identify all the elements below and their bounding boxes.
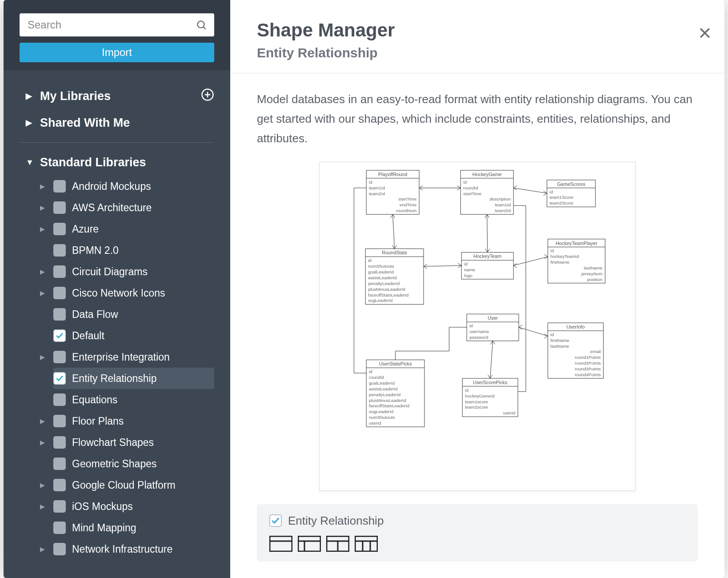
svg-text:roundId: roundId [369, 375, 384, 380]
svg-text:id: id [369, 369, 372, 374]
chevron-right-icon: ▶ [40, 204, 45, 211]
library-item-entity-relationship[interactable]: Entity Relationship [53, 368, 214, 389]
library-checkbox[interactable] [53, 543, 66, 555]
chevron-right-icon: ▶ [40, 417, 45, 425]
library-checkbox[interactable] [53, 287, 66, 299]
library-checkbox[interactable] [53, 372, 66, 385]
library-item-aws-architecture[interactable]: ▶AWS Architecture [53, 197, 214, 218]
library-item-label: iOS Mockups [72, 501, 133, 513]
svg-text:endTime: endTime [400, 202, 417, 207]
svg-text:assistLeaderId: assistLeaderId [368, 275, 396, 280]
library-item-label: Azure [72, 223, 99, 235]
svg-text:round2Points: round2Points [575, 361, 600, 365]
library-checkbox[interactable] [53, 180, 66, 193]
library-checkbox[interactable] [53, 393, 66, 406]
svg-text:PlayoffRound: PlayoffRound [378, 171, 407, 177]
svg-rect-93 [270, 536, 292, 551]
library-item-label: Floor Plans [72, 415, 124, 427]
svg-text:goalLeaderId: goalLeaderId [368, 269, 394, 274]
svg-point-0 [197, 21, 204, 28]
library-item-data-flow[interactable]: Data Flow [53, 304, 214, 325]
entity-shape-icon[interactable] [326, 536, 349, 552]
section-shared-with-me[interactable]: ▶ Shared With Me [26, 109, 214, 136]
library-checkbox[interactable] [53, 201, 66, 214]
svg-text:id: id [469, 323, 473, 328]
library-checkbox[interactable] [53, 415, 66, 427]
svg-text:team1score: team1score [465, 399, 488, 404]
svg-text:password: password [469, 334, 488, 339]
library-checkbox-label: Entity Relationship [288, 514, 384, 528]
main-panel: ✕ Shape Manager Entity Relationship Mode… [230, 0, 724, 578]
svg-text:hockeyTeamId: hockeyTeamId [551, 254, 579, 259]
library-item-mind-mapping[interactable]: Mind Mapping [53, 517, 214, 538]
library-checkbox[interactable] [53, 244, 66, 257]
svg-text:id: id [369, 179, 372, 184]
library-item-label: Equations [72, 394, 117, 406]
library-tree[interactable]: ▶ My Libraries ▶ Shared With Me ▼ Standa… [4, 70, 230, 578]
library-checkbox[interactable] [53, 265, 66, 278]
svg-text:startTime: startTime [398, 197, 416, 201]
library-checkbox[interactable] [53, 329, 66, 342]
library-checkbox[interactable] [53, 479, 66, 491]
svg-text:HockeyGame: HockeyGame [472, 171, 502, 177]
library-checkbox[interactable] [53, 522, 66, 534]
svg-text:name: name [464, 267, 475, 272]
library-item-flowchart-shapes[interactable]: ▶Flowchart Shapes [53, 432, 214, 453]
library-item-label: Mind Mapping [72, 522, 136, 534]
library-description: Model databases in an easy-to-read forma… [257, 89, 698, 149]
entity-shape-icon[interactable] [355, 536, 378, 552]
library-checkbox[interactable] [53, 308, 66, 321]
library-item-enterprise-integration[interactable]: ▶Enterprise Integration [53, 346, 214, 368]
library-item-android-mockups[interactable]: ▶Android Mockups [53, 176, 214, 197]
svg-text:team1Id: team1Id [369, 185, 385, 190]
library-item-network-infrastructure[interactable]: ▶Network Infrastructure [53, 538, 214, 560]
library-checkbox[interactable] [53, 458, 66, 470]
svg-text:plusMinusLeaderId: plusMinusLeaderId [368, 286, 405, 291]
entity-shape-icon[interactable] [269, 536, 292, 552]
library-checkbox[interactable] [53, 351, 66, 363]
svg-text:team1Score: team1Score [550, 195, 574, 200]
svg-text:roundId: roundId [463, 185, 478, 190]
library-item-label: Default [72, 330, 104, 342]
svg-text:team2score: team2score [465, 405, 488, 409]
library-checkbox[interactable] [53, 500, 66, 513]
svg-rect-101 [355, 536, 377, 551]
chevron-right-icon: ▶ [26, 118, 32, 128]
section-my-libraries[interactable]: ▶ My Libraries [26, 83, 214, 109]
svg-text:team1Id: team1Id [495, 202, 511, 207]
library-item-circuit-diagrams[interactable]: ▶Circuit Diagrams [53, 261, 214, 282]
svg-text:faceoffStatsLeaderId: faceoffStatsLeaderId [368, 292, 408, 297]
library-item-equations[interactable]: Equations [53, 389, 214, 410]
library-item-floor-plans[interactable]: ▶Floor Plans [53, 410, 214, 432]
library-item-label: Google Cloud Platform [72, 479, 176, 491]
library-item-bpmn-2-0[interactable]: BPMN 2.0 [53, 240, 214, 261]
svg-text:goalLeaderId: goalLeaderId [369, 380, 395, 385]
svg-text:penaltyLeaderId: penaltyLeaderId [369, 392, 400, 397]
library-checkbox[interactable] [53, 436, 66, 449]
library-toggle-row[interactable]: Entity Relationship [269, 514, 685, 528]
library-item-azure[interactable]: ▶Azure [53, 218, 214, 240]
add-library-button[interactable] [201, 88, 214, 104]
library-item-default[interactable]: Default [53, 325, 214, 346]
search-input[interactable] [20, 13, 214, 36]
svg-rect-95 [298, 536, 320, 551]
chevron-right-icon: ▶ [40, 546, 45, 553]
svg-text:id: id [464, 261, 468, 266]
section-label: Standard Libraries [40, 156, 146, 169]
svg-text:numShutouts: numShutouts [368, 264, 394, 269]
library-item-ios-mockups[interactable]: ▶iOS Mockups [53, 496, 214, 517]
library-item-geometric-shapes[interactable]: Geometric Shapes [53, 453, 214, 474]
library-item-cisco-network-icons[interactable]: ▶Cisco Network Icons [53, 282, 214, 304]
svg-text:User: User [488, 315, 498, 321]
svg-text:description: description [489, 197, 511, 201]
library-checkbox[interactable] [53, 223, 66, 235]
close-button[interactable]: ✕ [698, 25, 712, 42]
section-standard-libraries[interactable]: ▼ Standard Libraries [26, 149, 214, 176]
library-checkbox[interactable] [269, 514, 282, 527]
import-button[interactable]: Import [20, 43, 214, 62]
entity-shape-icon[interactable] [298, 536, 321, 552]
svg-text:id: id [551, 248, 554, 253]
library-item-label: Flowchart Shapes [72, 437, 154, 449]
library-item-google-cloud-platform[interactable]: ▶Google Cloud Platform [53, 474, 214, 496]
svg-text:firstName: firstName [551, 337, 570, 342]
